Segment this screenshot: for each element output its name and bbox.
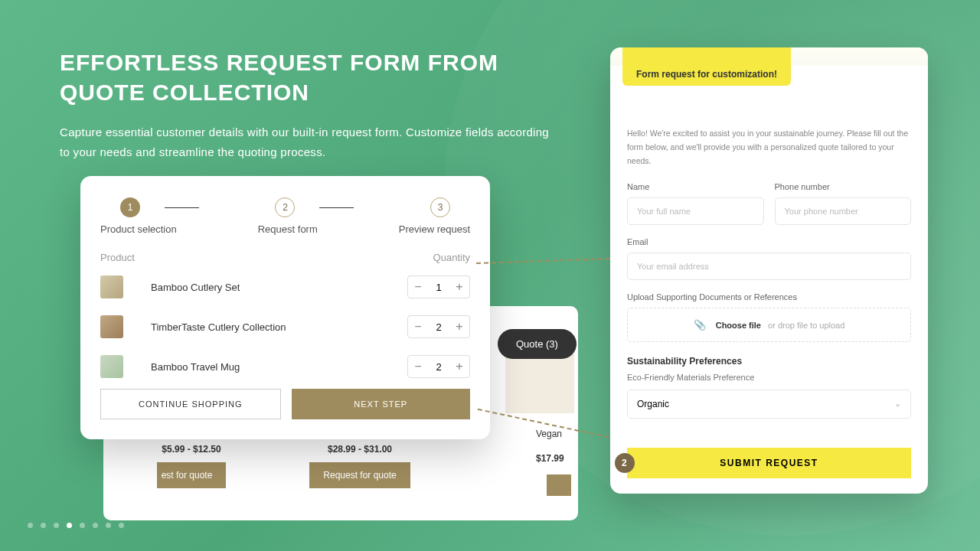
product-row: Bamboo Travel Mug − 2 +	[100, 355, 470, 378]
qty-value: 2	[428, 321, 449, 333]
email-field-group: Email	[627, 237, 911, 280]
carousel-dot[interactable]	[54, 523, 59, 528]
step-badge: 2	[615, 453, 635, 473]
quantity-stepper: − 2 +	[407, 355, 470, 378]
continue-shopping-button[interactable]: CONTINUE SHOPPING	[100, 389, 281, 419]
choose-file-text: Choose file	[716, 321, 761, 330]
qty-increase-button[interactable]: +	[449, 356, 469, 377]
carousel-dots	[28, 523, 124, 528]
drop-hint-text: or drop file to upload	[768, 321, 844, 330]
quantity-stepper: − 1 +	[407, 276, 470, 298]
product-thumbnail	[100, 355, 123, 378]
hero-title: EFFORTLESS REQUEST FORM FROM QUOTE COLLE…	[60, 47, 550, 107]
field-row: Name Phone number	[627, 182, 911, 225]
upload-label: Upload Supporting Documents or Reference…	[627, 292, 911, 302]
step-3-circle[interactable]: 3	[430, 197, 450, 217]
step-2-circle[interactable]: 2	[275, 197, 295, 217]
qty-value: 1	[428, 282, 449, 293]
carousel-dot[interactable]	[119, 523, 124, 528]
name-input[interactable]	[627, 197, 764, 225]
product-thumbnail	[100, 315, 123, 338]
step-2-label: Request form	[258, 223, 318, 235]
request-quote-button[interactable]: est for quote	[157, 462, 227, 488]
phone-input[interactable]	[775, 197, 912, 225]
materials-select[interactable]: Organic ⌄	[627, 390, 911, 419]
form-body: Name Phone number Email Upload Supportin…	[610, 182, 928, 448]
carousel-dot[interactable]	[67, 523, 72, 528]
product-name: TimberTaste Cutlery Collection	[151, 321, 407, 333]
quantity-stepper: − 2 +	[407, 315, 470, 338]
email-label: Email	[627, 237, 911, 246]
qty-increase-button[interactable]: +	[449, 276, 469, 298]
product-thumbnail	[100, 276, 123, 298]
step-line	[165, 207, 199, 208]
submit-request-button[interactable]: 2 SUBMIT REQUEST	[627, 448, 911, 478]
carousel-dot[interactable]	[80, 523, 85, 528]
product-label: Vegan	[536, 429, 562, 439]
col-quantity: Quantity	[433, 252, 470, 263]
step-1-circle[interactable]: 1	[120, 197, 140, 217]
carousel-dot[interactable]	[93, 523, 98, 528]
step-line	[319, 207, 354, 208]
preferences-heading: Sustainability Preferences	[627, 356, 911, 367]
qty-value: 2	[428, 361, 449, 373]
card-actions: CONTINUE SHOPPING NEXT STEP	[100, 389, 470, 419]
product-row: Bamboo Cutlery Set − 1 +	[100, 276, 470, 298]
chevron-down-icon: ⌄	[894, 399, 901, 409]
next-step-button[interactable]: NEXT STEP	[292, 389, 471, 419]
product-name: Bamboo Cutlery Set	[151, 282, 407, 293]
email-input[interactable]	[627, 253, 911, 280]
step-labels: Product selection Request form Preview r…	[100, 223, 470, 235]
step-3-label: Preview request	[399, 223, 470, 235]
request-quote-button[interactable]	[547, 474, 571, 496]
wizard-steps: 1 2 3	[100, 197, 470, 217]
file-upload-dropzone[interactable]: 📎 Choose file or drop file to upload	[627, 308, 911, 342]
carousel-dot[interactable]	[106, 523, 111, 528]
qty-decrease-button[interactable]: −	[408, 316, 428, 337]
name-label: Name	[627, 182, 764, 191]
col-product: Product	[100, 252, 135, 263]
product-name: Bamboo Travel Mug	[151, 361, 407, 373]
name-field-group: Name	[627, 182, 764, 225]
price-text: $17.99	[536, 453, 564, 464]
paperclip-icon: 📎	[694, 319, 706, 331]
hero-subtitle: Capture essential customer details with …	[60, 122, 557, 161]
table-header: Product Quantity	[100, 252, 470, 263]
quote-count-pill[interactable]: Quote (3)	[498, 329, 577, 359]
bg-product-item: $28.99 - $31.00 Request for quote	[291, 444, 429, 520]
form-title-badge: Form request for customization!	[622, 47, 791, 86]
carousel-dot[interactable]	[41, 523, 46, 528]
submit-label: SUBMIT REQUEST	[720, 458, 818, 468]
qty-increase-button[interactable]: +	[449, 316, 469, 337]
request-form-panel: Form request for customization! Hello! W…	[610, 47, 928, 494]
phone-field-group: Phone number	[775, 182, 912, 225]
qty-decrease-button[interactable]: −	[408, 356, 428, 377]
product-selection-card: 1 2 3 Product selection Request form Pre…	[80, 176, 490, 439]
bg-product-item: $5.99 - $12.50 est for quote	[122, 444, 260, 520]
price-text: $28.99 - $31.00	[291, 444, 429, 455]
preferences-subheading: Eco-Friendly Materials Preference	[627, 373, 911, 382]
request-quote-button[interactable]: Request for quote	[309, 462, 410, 488]
carousel-dot[interactable]	[28, 523, 33, 528]
select-value: Organic	[637, 399, 669, 409]
phone-label: Phone number	[775, 182, 912, 191]
step-1-label: Product selection	[100, 223, 177, 235]
form-header: Form request for customization!	[610, 47, 928, 66]
price-text: $5.99 - $12.50	[122, 444, 260, 455]
product-row: TimberTaste Cutlery Collection − 2 +	[100, 315, 470, 338]
qty-decrease-button[interactable]: −	[408, 276, 428, 298]
